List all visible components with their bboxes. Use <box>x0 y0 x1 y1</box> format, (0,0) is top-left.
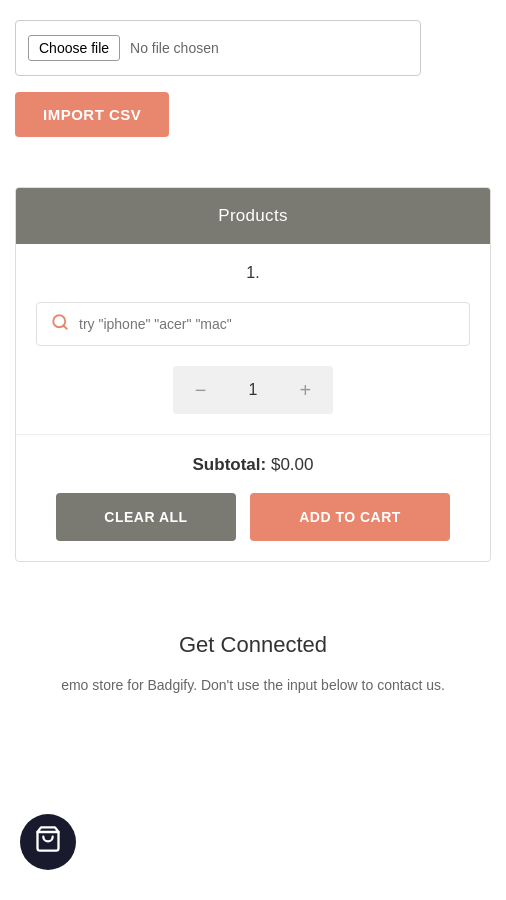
import-csv-button[interactable]: IMPORT CSV <box>15 92 169 137</box>
products-section: Products 1. − 1 + Subtotal: $0.00 CLEAR … <box>15 187 491 562</box>
get-connected-title: Get Connected <box>20 632 486 658</box>
no-file-label: No file chosen <box>130 40 219 56</box>
get-connected-section: Get Connected emo store for Badgify. Don… <box>0 602 506 726</box>
search-icon <box>51 313 69 335</box>
action-buttons: CLEAR ALL ADD TO CART <box>36 493 470 541</box>
subtotal-display: Subtotal: $0.00 <box>36 455 470 475</box>
get-connected-text: emo store for Badgify. Don't use the inp… <box>53 674 453 696</box>
quantity-increase-button[interactable]: + <box>277 366 333 414</box>
file-input-wrapper: Choose file No file chosen <box>15 20 421 76</box>
subtotal-value: $0.00 <box>271 455 314 474</box>
file-section: Choose file No file chosen IMPORT CSV <box>0 0 506 157</box>
quantity-section: − 1 + <box>16 356 490 434</box>
subtotal-label: Subtotal: <box>193 455 267 474</box>
products-header: Products <box>16 188 490 244</box>
shopify-bag-icon <box>34 825 62 859</box>
shopify-badge[interactable] <box>20 814 76 870</box>
product-number: 1. <box>246 264 259 281</box>
action-section: Subtotal: $0.00 CLEAR ALL ADD TO CART <box>16 434 490 561</box>
search-input[interactable] <box>79 316 455 332</box>
products-title: Products <box>218 206 288 225</box>
search-wrapper[interactable] <box>36 302 470 346</box>
clear-all-button[interactable]: CLEAR ALL <box>56 493 236 541</box>
quantity-value: 1 <box>229 381 278 399</box>
choose-file-button[interactable]: Choose file <box>28 35 120 61</box>
quantity-decrease-button[interactable]: − <box>173 366 229 414</box>
quantity-control: − 1 + <box>173 366 333 414</box>
product-row: 1. <box>16 244 490 292</box>
svg-line-1 <box>63 325 66 328</box>
add-to-cart-button[interactable]: ADD TO CART <box>250 493 450 541</box>
